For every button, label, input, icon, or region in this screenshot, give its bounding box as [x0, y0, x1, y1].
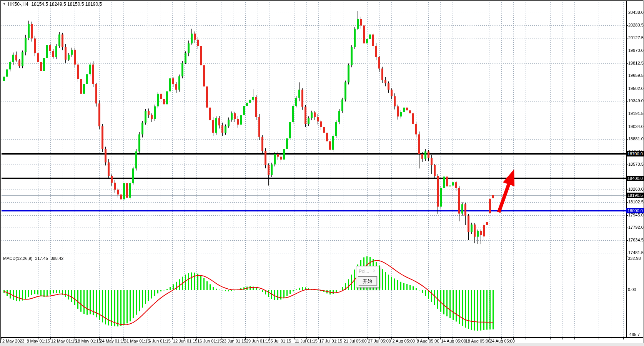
time-axis-label: 6 Jun 01:15: [148, 339, 171, 343]
time-axis-label: 18 Aug 05:00: [466, 339, 491, 343]
price-axis-label: 19659.5: [628, 73, 644, 78]
price-axis-label: 17481.5: [628, 250, 644, 255]
popup-title: Poi...: [359, 269, 369, 274]
price-axis-label: 17634.5: [628, 238, 644, 242]
price-level-badge: 18400.0: [626, 176, 644, 181]
price-axis-label: 19034.0: [628, 124, 644, 129]
time-axis-label: 17 Jul 01:15: [319, 339, 342, 343]
macd-axis-label: -465.7: [628, 332, 640, 337]
macd-axis-label: 332.98: [628, 256, 641, 261]
price-axis-label: 19970.0: [628, 48, 644, 53]
time-axis-label: 12 Jun 01:15: [173, 339, 198, 343]
time-axis-label: 2 May 2023: [2, 339, 24, 343]
trading-terminal-window: ▼ HK50-,H4 18154.5 18249.5 18150.5 18190…: [0, 0, 644, 346]
price-axis-label: 18102.5: [628, 200, 644, 204]
time-axis-label: 12 May 01:15: [51, 339, 77, 343]
time-axis-label: 11 Jul 01:15: [295, 339, 318, 343]
price-axis-label: 18881.0: [628, 136, 644, 141]
chart-canvas[interactable]: [0, 0, 644, 346]
time-axis-label: 8 Aug 05:00: [417, 339, 439, 343]
price-axis-label: 20127.5: [628, 35, 644, 40]
price-axis-label: 20280.5: [628, 23, 644, 27]
price-axis-label: 18570.5: [628, 162, 644, 166]
time-axis-label: 24 Aug 05:00: [490, 339, 515, 343]
time-axis-label: 23 Jun 01:15: [222, 339, 246, 343]
price-axis-label: 17792.0: [628, 225, 644, 230]
time-axis-label: 29 Jun 01:15: [246, 339, 271, 343]
popup-close-icon[interactable]: x: [372, 268, 377, 273]
price-level-badge: 18190.5: [626, 193, 644, 198]
price-axis-label: 19502.0: [628, 86, 644, 91]
time-axis-label: 8 May 01:15: [27, 339, 50, 343]
symbol-timeframe-label: HK50-,H4: [8, 2, 28, 7]
time-axis-label: 14 Aug 05:00: [441, 339, 466, 343]
time-axis-label: 2 Aug 05:00: [392, 339, 415, 343]
price-level-badge: 18000.0: [626, 208, 644, 213]
time-axis-label: 24 May 01:15: [100, 339, 126, 343]
script-popup-window[interactable]: Poi... x 开始: [356, 266, 379, 288]
price-axis-label: 19349.0: [628, 98, 644, 103]
popup-start-button[interactable]: 开始: [358, 276, 377, 286]
price-axis-label: 18260.0: [628, 187, 644, 191]
price-axis-label: 20438.0: [628, 10, 644, 15]
chart-menu-dropdown-icon[interactable]: ▼: [3, 3, 6, 6]
time-axis-label: 18 May 01:15: [75, 339, 101, 343]
time-axis-label: 21 Jul 05:00: [344, 339, 367, 343]
chart-title: ▼ HK50-,H4 18154.5 18249.5 18150.5 18190…: [3, 2, 102, 7]
macd-axis-label: 0.00: [628, 287, 636, 292]
price-level-badge: 18700.0: [626, 151, 644, 156]
macd-indicator-label: MACD(12,26,9) -317.45 -388.42: [3, 256, 63, 261]
time-axis-label: 5 Jul 01:15: [270, 339, 291, 343]
time-axis-label: 16 Jun 01:15: [197, 339, 222, 343]
time-axis-label: 31 May 01:15: [124, 339, 150, 343]
ohlc-values-label: 18154.5 18249.5 18150.5 18190.5: [32, 2, 102, 7]
price-axis-label: 19812.5: [628, 61, 644, 65]
time-axis-label: 27 Jul 05:00: [368, 339, 391, 343]
price-axis-label: 19191.5: [628, 111, 644, 116]
